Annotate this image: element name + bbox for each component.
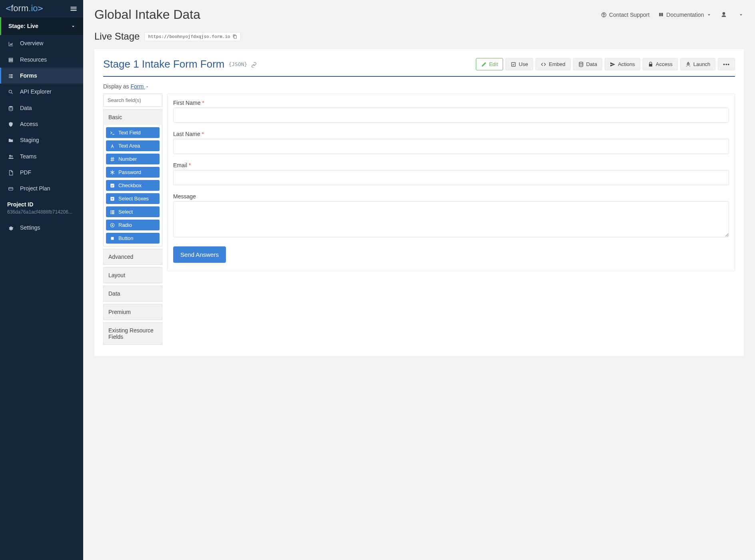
- palette-chip-select-boxes[interactable]: Select Boxes: [106, 193, 160, 204]
- submit-button[interactable]: Send Answers: [173, 246, 226, 263]
- svg-point-2: [9, 155, 11, 157]
- field-email: Email *: [173, 162, 729, 185]
- sidebar-item-data[interactable]: Data: [0, 100, 83, 116]
- form-canvas[interactable]: First Name *Last Name *Email *Message Se…: [167, 94, 735, 271]
- palette-chip-text-field[interactable]: Text Field: [106, 127, 160, 138]
- svg-rect-12: [111, 237, 114, 240]
- embed-button[interactable]: Embed: [535, 58, 570, 70]
- chip-label: Text Field: [118, 130, 141, 136]
- palette-chip-password[interactable]: Password: [106, 167, 160, 178]
- stage-label: Stage: Live: [8, 23, 38, 29]
- divider: [103, 76, 735, 77]
- sidebar-item-label: Project Plan: [20, 185, 50, 192]
- sidebar-item-project-plan[interactable]: Project Plan: [0, 180, 83, 196]
- svg-point-7: [579, 62, 583, 64]
- sidebar-item-label: Settings: [20, 224, 40, 231]
- file-pdf-icon: [7, 169, 14, 176]
- email-input[interactable]: [173, 170, 729, 185]
- sidebar-item-label: Access: [20, 121, 38, 127]
- more-button[interactable]: •••: [718, 58, 735, 70]
- sidebar-item-label: Resources: [20, 56, 47, 63]
- stage-dropdown[interactable]: Stage: Live: [0, 17, 83, 35]
- main: Global Intake Data Contact Support Docum…: [83, 0, 755, 560]
- svg-rect-4: [9, 188, 13, 190]
- sidebar-item-pdf[interactable]: PDF: [0, 164, 83, 180]
- palette-group-existing[interactable]: Existing Resource Fields: [104, 323, 162, 344]
- sidebar-item-api-explorer[interactable]: API Explorer: [0, 84, 83, 100]
- folder-icon: [7, 137, 14, 143]
- palette-chip-text-area[interactable]: Text Area: [106, 140, 160, 151]
- sidebar-item-teams[interactable]: Teams: [0, 148, 83, 164]
- project-id-value: 636da76a1acf4888fb714206...: [0, 209, 83, 220]
- field-label: Email *: [173, 162, 729, 168]
- card-icon: [7, 185, 14, 192]
- documentation-link[interactable]: Documentation: [658, 12, 712, 18]
- user-menu[interactable]: [721, 12, 744, 18]
- pencil-icon: [481, 62, 487, 67]
- contact-support-link[interactable]: Contact Support: [601, 12, 649, 18]
- display-as-dropdown[interactable]: Form: [130, 83, 149, 90]
- sidebar-item-label: API Explorer: [20, 88, 52, 95]
- last_name-input[interactable]: [173, 139, 729, 154]
- display-as: Display as Form: [103, 83, 735, 90]
- palette-group-premium[interactable]: Premium: [104, 304, 162, 320]
- sidebar-item-label: Teams: [20, 153, 36, 160]
- palette-chip-button[interactable]: Button: [106, 233, 160, 244]
- sidebar-item-label: Overview: [20, 40, 43, 46]
- use-button[interactable]: Use: [505, 58, 533, 70]
- check-square-icon: [511, 62, 516, 67]
- chip-label: Button: [118, 235, 134, 241]
- link-icon[interactable]: [251, 61, 257, 67]
- palette-chip-select[interactable]: Select: [106, 206, 160, 217]
- page-title: Global Intake Data: [94, 7, 200, 22]
- data-button[interactable]: Data: [573, 58, 602, 70]
- access-button[interactable]: Access: [643, 58, 678, 70]
- json-badge[interactable]: {JSON}: [228, 61, 247, 67]
- chip-label: Checkbox: [118, 182, 142, 188]
- lock-icon: [648, 62, 653, 67]
- svg-point-0: [9, 90, 12, 93]
- palette-chip-checkbox[interactable]: Checkbox: [106, 180, 160, 191]
- required-marker: *: [189, 162, 191, 168]
- palette-group-layout[interactable]: Layout: [104, 268, 162, 283]
- field-label: Message: [173, 193, 729, 200]
- edit-button[interactable]: Edit: [476, 58, 503, 70]
- area-chart-icon: [7, 40, 14, 46]
- stop-icon: [110, 235, 115, 241]
- stage-url-chip[interactable]: https://boohnyojfdxqjso.form.io: [144, 32, 240, 41]
- first_name-input[interactable]: [173, 108, 729, 123]
- palette-chip-radio[interactable]: Radio: [106, 220, 160, 230]
- palette-group-basic[interactable]: Basic: [104, 110, 162, 125]
- sidebar-item-settings[interactable]: Settings: [0, 220, 83, 236]
- palette-group-advanced[interactable]: Advanced: [104, 249, 162, 264]
- user-icon: [721, 12, 727, 18]
- palette-group-data[interactable]: Data: [104, 286, 162, 301]
- menu-toggle-icon[interactable]: [70, 4, 78, 13]
- message-input[interactable]: [173, 201, 729, 237]
- form-title: Stage 1 Intake Form Form: [103, 58, 224, 70]
- sidebar-item-resources[interactable]: Resources: [0, 52, 83, 68]
- gear-icon: [7, 224, 14, 231]
- form-actions: Edit Use Embed Data Actions Access Launc…: [476, 58, 735, 70]
- copy-icon: [233, 34, 237, 39]
- code-icon: [541, 62, 546, 67]
- sidebar-item-label: PDF: [20, 169, 31, 176]
- sidebar-item-access[interactable]: Access: [0, 116, 83, 132]
- field-last_name: Last Name *: [173, 131, 729, 154]
- svg-point-3: [11, 155, 13, 157]
- palette-search-input[interactable]: [103, 94, 162, 107]
- book-icon: [658, 12, 664, 18]
- chip-label: Select: [118, 209, 133, 215]
- hash-icon: [110, 156, 115, 162]
- sidebar-item-overview[interactable]: Overview: [0, 35, 83, 51]
- palette-chip-number[interactable]: Number: [106, 154, 160, 164]
- question-icon: [601, 12, 607, 18]
- logo[interactable]: <form.io>: [6, 3, 43, 14]
- sitemap-icon: [7, 56, 14, 63]
- sidebar-item-forms[interactable]: Forms: [0, 68, 83, 84]
- actions-button[interactable]: Actions: [605, 58, 640, 70]
- asterisk-icon: [110, 169, 115, 175]
- sidebar-item-staging[interactable]: Staging: [0, 132, 83, 148]
- font-icon: [110, 143, 115, 148]
- launch-button[interactable]: Launch: [680, 58, 716, 70]
